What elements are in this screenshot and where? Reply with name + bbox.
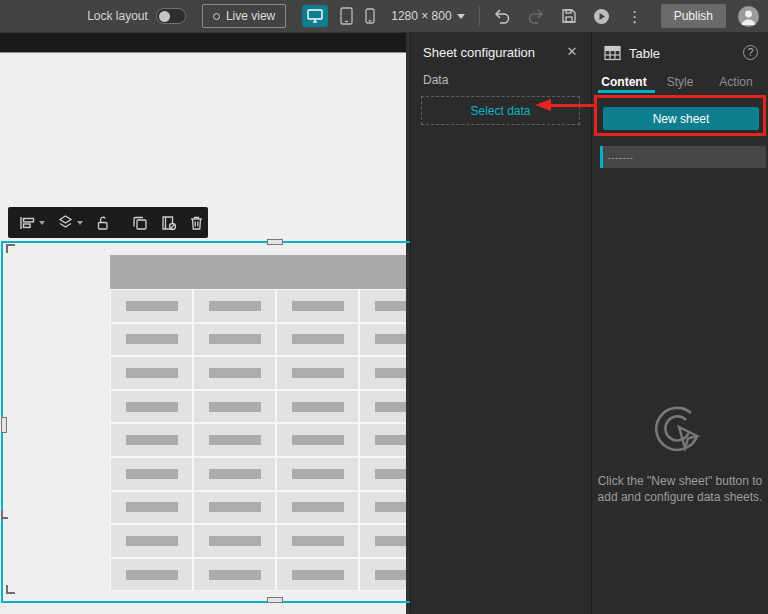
table-cell <box>276 289 359 323</box>
cell-placeholder-dash <box>375 469 407 479</box>
toolbar-divider <box>479 6 480 26</box>
more-options-button[interactable]: ⋮ <box>622 3 648 29</box>
undo-button[interactable] <box>490 3 516 29</box>
move-to-pending-button[interactable] <box>155 210 182 236</box>
preview-play-button[interactable] <box>589 3 615 29</box>
table-cell <box>110 390 193 424</box>
avatar[interactable] <box>738 6 759 27</box>
table-row <box>110 356 406 390</box>
table-cell <box>359 323 406 357</box>
resolution-dropdown[interactable]: 1280 × 800 <box>391 9 464 23</box>
sheet-item-label: ------- <box>603 153 634 162</box>
undo-icon <box>494 8 511 24</box>
table-cell <box>193 491 276 525</box>
cell-placeholder-dash <box>126 334 178 344</box>
panel-header: Table <box>604 45 660 61</box>
new-sheet-button[interactable]: New sheet <box>603 107 759 130</box>
cell-placeholder-dash <box>209 469 261 479</box>
unlock-icon <box>95 215 110 231</box>
widget-toolbar <box>8 207 208 238</box>
table-cell <box>276 524 359 558</box>
cell-placeholder-dash <box>292 536 344 546</box>
table-cell <box>359 390 406 424</box>
cell-placeholder-dash <box>126 368 178 378</box>
sheet-configuration-panel: Sheet configuration ✕ Data Select data <box>410 32 592 614</box>
select-data-button[interactable]: Select data <box>421 96 580 125</box>
table-row <box>110 558 406 592</box>
cell-placeholder-dash <box>292 402 344 412</box>
sheet-list-item[interactable]: ------- <box>600 146 766 168</box>
cell-placeholder-dash <box>292 570 344 580</box>
page-header-widget[interactable] <box>0 33 406 53</box>
cell-placeholder-dash <box>126 435 178 445</box>
cell-placeholder-dash <box>209 334 261 344</box>
table-cell <box>276 323 359 357</box>
panel-tabs: Content Style Action <box>596 72 764 92</box>
help-icon[interactable]: ? <box>743 45 758 60</box>
cell-placeholder-dash <box>375 536 407 546</box>
cell-placeholder-dash <box>126 536 178 546</box>
table-cell <box>276 457 359 491</box>
cell-placeholder-dash <box>375 334 407 344</box>
cell-placeholder-dash <box>292 435 344 445</box>
table-cell <box>359 491 406 525</box>
table-widget[interactable] <box>110 255 406 592</box>
cell-placeholder-dash <box>209 435 261 445</box>
cell-placeholder-dash <box>209 536 261 546</box>
table-header-bar <box>110 255 406 289</box>
redo-icon <box>527 8 544 24</box>
caret-down-icon <box>77 221 83 225</box>
tablet-view-button[interactable] <box>340 7 353 25</box>
cell-placeholder-dash <box>292 301 344 311</box>
cell-placeholder-dash <box>292 469 344 479</box>
cell-placeholder-dash <box>209 368 261 378</box>
person-icon <box>738 6 759 27</box>
phone-view-button[interactable] <box>365 8 375 24</box>
cell-placeholder-dash <box>126 502 178 512</box>
selection-left-mark <box>1 510 8 519</box>
table-cell <box>110 323 193 357</box>
table-row <box>110 457 406 491</box>
table-row <box>110 323 406 357</box>
redo-button[interactable] <box>523 3 549 29</box>
order-dropdown-button[interactable] <box>52 210 88 236</box>
top-toolbar: Lock layout Live view <box>0 0 768 32</box>
table-skeleton-rows <box>110 289 406 591</box>
toggle-knob <box>159 11 170 22</box>
live-view-button[interactable]: Live view <box>202 4 286 28</box>
tab-style[interactable]: Style <box>652 72 708 92</box>
close-icon[interactable]: ✕ <box>562 41 582 61</box>
cell-placeholder-dash <box>375 301 407 311</box>
canvas-workspace <box>0 32 410 614</box>
resolution-value: 1280 × 800 <box>391 9 451 23</box>
resize-handle-bottom[interactable] <box>267 597 283 603</box>
table-cell <box>193 356 276 390</box>
click-cursor-icon <box>652 403 708 459</box>
placeholder-text-line1: Click the "New sheet" button to <box>592 473 768 489</box>
lock-layout-toggle[interactable] <box>156 8 186 24</box>
tab-action[interactable]: Action <box>708 72 764 92</box>
publish-button[interactable]: Publish <box>661 4 726 28</box>
lock-layout-label: Lock layout <box>87 9 148 23</box>
cell-placeholder-dash <box>126 402 178 412</box>
resize-handle-top[interactable] <box>267 239 283 245</box>
tab-content[interactable]: Content <box>596 72 652 92</box>
play-icon <box>593 8 610 25</box>
table-cell <box>276 390 359 424</box>
table-row <box>110 524 406 558</box>
table-settings-panel: Table ? Content Style Action New sheet -… <box>592 32 768 614</box>
table-cell <box>276 356 359 390</box>
table-cell <box>359 457 406 491</box>
cell-placeholder-dash <box>375 502 407 512</box>
resize-handle-left[interactable] <box>1 417 7 433</box>
desktop-view-button[interactable] <box>302 5 328 27</box>
align-dropdown-button[interactable] <box>14 210 50 236</box>
tablet-icon <box>340 7 353 25</box>
table-cell <box>193 423 276 457</box>
cell-placeholder-dash <box>375 435 407 445</box>
delete-button[interactable] <box>184 210 209 236</box>
duplicate-button[interactable] <box>127 210 153 236</box>
lock-widget-button[interactable] <box>90 210 115 236</box>
table-cell <box>276 423 359 457</box>
save-button[interactable] <box>556 3 582 29</box>
